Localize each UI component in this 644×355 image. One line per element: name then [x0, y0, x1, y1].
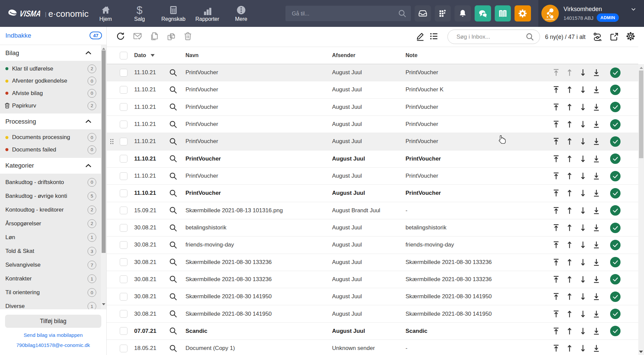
svg-text:conomic: conomic	[545, 18, 555, 21]
svg-text:VISMA: VISMA	[19, 9, 42, 18]
svg-text:|: |	[45, 11, 46, 17]
svg-text:e·conomic: e·conomic	[48, 9, 89, 19]
